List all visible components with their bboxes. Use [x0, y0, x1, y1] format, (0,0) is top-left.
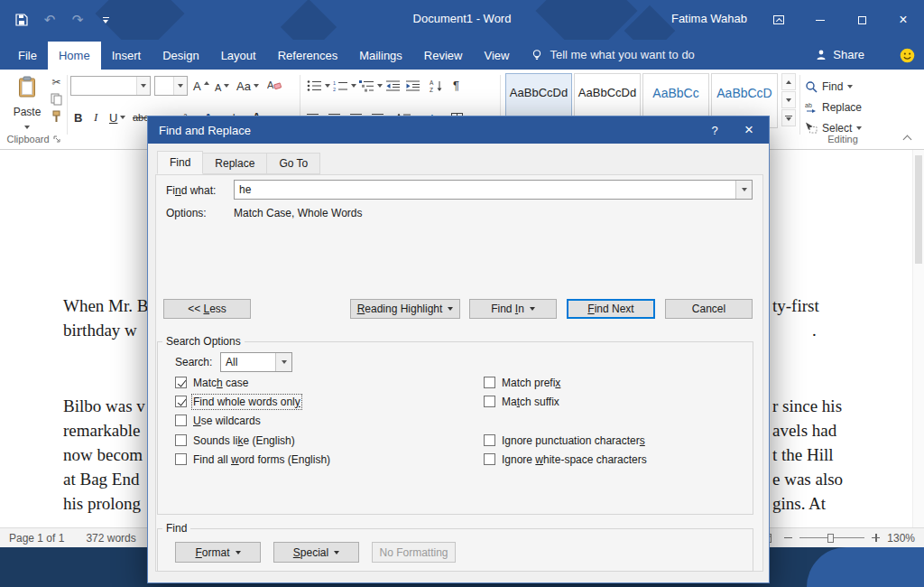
- zoom-level[interactable]: 130%: [887, 532, 915, 545]
- scrollbar-thumb[interactable]: [915, 155, 922, 264]
- zoom-slider-thumb[interactable]: [827, 534, 834, 543]
- match-case-checkbox[interactable]: [175, 377, 187, 388]
- format-painter-icon: [51, 110, 62, 123]
- italic-button[interactable]: I: [94, 109, 97, 126]
- styles-scroll-up-button[interactable]: [781, 73, 796, 90]
- qat-customize-button[interactable]: [98, 12, 113, 28]
- match-suffix-checkbox[interactable]: [484, 396, 495, 407]
- font-name-combobox[interactable]: [70, 76, 151, 96]
- checkbox-word-forms[interactable]: Find all word forms (English): [175, 452, 330, 466]
- undo-button[interactable]: ↶: [42, 12, 57, 28]
- checkbox-use-wildcards[interactable]: Use wildcards: [175, 414, 261, 427]
- collapse-ribbon-icon[interactable]: [903, 135, 912, 144]
- tab-layout[interactable]: Layout: [210, 42, 267, 70]
- font-name-dropdown-icon[interactable]: [136, 77, 150, 95]
- signed-in-user[interactable]: Fatima Wahab: [671, 0, 747, 38]
- checkbox-ignore-punctuation[interactable]: Ignore punctuation characters: [484, 433, 645, 447]
- decrease-indent-button[interactable]: [386, 78, 401, 94]
- tab-insert[interactable]: Insert: [101, 42, 152, 70]
- find-format-group-label: Find: [162, 522, 190, 535]
- underline-button[interactable]: U: [109, 109, 125, 126]
- less-button[interactable]: << Less: [163, 299, 251, 319]
- dialog-titlebar[interactable]: Find and Replace: [148, 116, 769, 144]
- sort-button[interactable]: AZ: [430, 78, 444, 94]
- search-direction-dropdown-icon[interactable]: [275, 353, 291, 371]
- replace-button[interactable]: ab Replace: [805, 99, 862, 116]
- close-button[interactable]: ×: [882, 0, 924, 40]
- zoom-in-button[interactable]: [872, 534, 880, 542]
- bold-button[interactable]: B: [74, 109, 82, 126]
- redo-button[interactable]: ↷: [70, 12, 85, 28]
- cancel-button[interactable]: Cancel: [665, 299, 753, 319]
- ribbon-display-options-button[interactable]: [758, 0, 799, 40]
- grow-font-button[interactable]: A: [193, 78, 209, 94]
- find-what-value: he: [235, 183, 735, 196]
- search-direction-select[interactable]: All: [220, 352, 292, 372]
- tab-references[interactable]: References: [267, 42, 348, 70]
- checkbox-match-prefix[interactable]: Match prefix: [484, 376, 560, 389]
- dialog-tab-find[interactable]: Find: [157, 151, 203, 174]
- dialog-tab-goto[interactable]: Go To: [266, 153, 320, 174]
- no-formatting-button[interactable]: No Formatting: [372, 542, 456, 563]
- word-forms-checkbox[interactable]: [175, 453, 187, 465]
- word-count[interactable]: 372 words: [86, 532, 135, 545]
- clipboard-dialog-launcher-icon[interactable]: [53, 135, 60, 143]
- font-size-combobox[interactable]: [154, 76, 188, 96]
- dialog-close-button[interactable]: ×: [731, 116, 767, 144]
- special-button[interactable]: Special: [273, 542, 359, 563]
- minimize-button[interactable]: [799, 0, 841, 40]
- document-text-fragment: his prolong: [63, 494, 141, 514]
- reading-highlight-button[interactable]: Reading Highlight: [350, 299, 460, 319]
- find-what-dropdown-icon[interactable]: [735, 181, 752, 199]
- copy-button[interactable]: [49, 93, 64, 106]
- checkbox-ignore-whitespace[interactable]: Ignore white-space characters: [484, 452, 647, 466]
- use-wildcards-checkbox[interactable]: [175, 415, 187, 426]
- sounds-like-checkbox[interactable]: [175, 434, 187, 446]
- find-button[interactable]: Find: [805, 79, 853, 95]
- tab-review[interactable]: Review: [413, 42, 474, 70]
- ignore-whitespace-checkbox[interactable]: [484, 453, 495, 465]
- tell-me-box[interactable]: Tell me what you want to do: [523, 40, 701, 70]
- multilevel-list-button[interactable]: [359, 78, 383, 94]
- match-prefix-checkbox[interactable]: [484, 377, 495, 388]
- checkbox-match-case[interactable]: Match case: [175, 376, 248, 389]
- bullets-button[interactable]: [307, 78, 330, 94]
- save-button[interactable]: [14, 12, 29, 28]
- show-formatting-marks-button[interactable]: ¶: [453, 77, 459, 93]
- tab-design[interactable]: Design: [152, 42, 209, 70]
- numbering-button[interactable]: 12: [333, 78, 356, 94]
- dialog-help-button[interactable]: ?: [697, 116, 733, 144]
- format-button[interactable]: Format: [175, 542, 261, 563]
- maximize-button[interactable]: [841, 0, 882, 40]
- checkbox-match-suffix[interactable]: Match suffix: [484, 395, 559, 408]
- checkbox-whole-words[interactable]: Find whole words only: [175, 395, 300, 408]
- zoom-slider[interactable]: [799, 532, 864, 545]
- font-size-dropdown-icon[interactable]: [173, 77, 187, 95]
- styles-gallery-more-button[interactable]: [781, 109, 796, 126]
- tab-view[interactable]: View: [473, 42, 520, 70]
- clear-formatting-button[interactable]: A: [267, 77, 282, 93]
- find-in-button[interactable]: Find In: [469, 299, 557, 319]
- tab-home[interactable]: Home: [48, 42, 101, 70]
- zoom-out-button[interactable]: [784, 537, 792, 539]
- ignore-punctuation-checkbox[interactable]: [484, 434, 495, 446]
- find-next-button[interactable]: Find Next: [567, 299, 655, 319]
- vertical-scrollbar[interactable]: [912, 150, 924, 527]
- paste-button[interactable]: Paste: [8, 74, 46, 131]
- dialog-tab-replace[interactable]: Replace: [202, 153, 267, 174]
- find-what-combobox[interactable]: he: [234, 180, 753, 200]
- whole-words-checkbox[interactable]: [175, 396, 187, 407]
- styles-scroll-down-button[interactable]: [781, 91, 796, 108]
- paste-clipboard-icon: [18, 76, 36, 98]
- checkbox-sounds-like[interactable]: Sounds like (English): [175, 433, 295, 447]
- increase-indent-button[interactable]: [406, 78, 420, 94]
- shrink-font-button[interactable]: A: [215, 79, 229, 96]
- tab-file[interactable]: File: [7, 42, 48, 70]
- feedback-smiley-button[interactable]: [900, 48, 915, 63]
- page-indicator[interactable]: Page 1 of 1: [9, 532, 64, 545]
- tab-mailings[interactable]: Mailings: [348, 42, 413, 70]
- cut-button[interactable]: ✂: [49, 76, 64, 89]
- share-button[interactable]: Share: [811, 40, 868, 70]
- change-case-button[interactable]: Aa: [236, 78, 259, 94]
- format-painter-button[interactable]: [49, 110, 64, 123]
